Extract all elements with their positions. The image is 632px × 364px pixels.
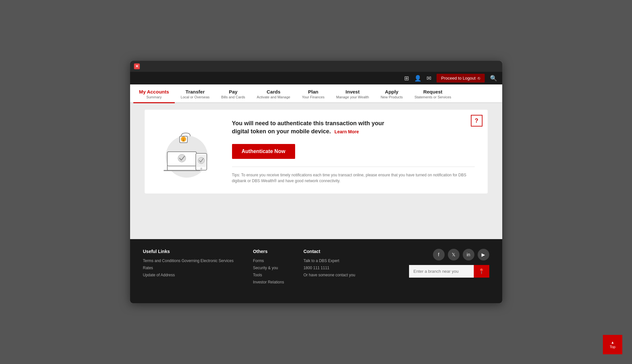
others-heading: Others (253, 249, 284, 254)
svg-point-7 (200, 168, 202, 170)
nav-main-my-accounts: My Accounts (139, 89, 169, 94)
footer-useful-links: Useful Links Terms and Conditions Govern… (143, 249, 234, 287)
auth-title: You will need to authenticate this trans… (232, 119, 475, 136)
nav-sub-apply: New Products (381, 95, 403, 99)
main-content: ? (130, 103, 502, 239)
footer-contact: Contact Talk to a DBS Expert 1800 111 11… (304, 249, 355, 287)
contact-line1: Talk to a DBS Expert (304, 259, 355, 263)
auth-illustration (154, 126, 219, 178)
navigation-bar: My Accounts Summary Transfer Local or Ov… (130, 84, 502, 103)
mail-icon[interactable]: ✉ (427, 75, 431, 82)
linkedin-icon[interactable]: in (463, 249, 474, 260)
footer-right: f 𝕏 in ▶ 📍 (409, 249, 489, 287)
branch-search: 📍 (409, 265, 489, 278)
nav-main-pay: Pay (221, 89, 245, 94)
authenticate-now-button[interactable]: Authenticate Now (232, 144, 295, 159)
help-button[interactable]: ? (471, 115, 482, 127)
social-icons: f 𝕏 in ▶ (433, 249, 489, 260)
auth-card: ? (145, 110, 488, 193)
nav-sub-my-accounts: Summary (139, 95, 169, 99)
footer: Useful Links Terms and Conditions Govern… (130, 239, 502, 303)
nav-sub-invest: Manage your Wealth (336, 95, 369, 99)
footer-link-address[interactable]: Update of Address (143, 273, 234, 277)
contact-phone: 1800 111 1111 (304, 266, 355, 270)
logout-button[interactable]: Proceed to Logout ⎋ (437, 74, 484, 83)
contact-heading: Contact (304, 249, 355, 254)
logout-icon: ⎋ (478, 76, 480, 81)
divider (232, 167, 475, 167)
nav-item-invest[interactable]: Invest Manage your Wealth (330, 84, 375, 102)
footer-link-terms[interactable]: Terms and Conditions Governing Electroni… (143, 259, 234, 263)
footer-link-investor[interactable]: Investor Relations (253, 280, 284, 284)
branch-input[interactable] (409, 265, 474, 278)
nav-item-my-accounts[interactable]: My Accounts Summary (133, 84, 175, 103)
close-button[interactable]: ✕ (134, 63, 140, 69)
nav-main-request: Request (415, 89, 451, 94)
nav-main-apply: Apply (381, 89, 403, 94)
auth-body: You will need to authenticate this trans… (154, 119, 475, 184)
facebook-icon[interactable]: f (433, 249, 445, 260)
logout-label: Proceed to Logout (441, 76, 475, 81)
browser-frame: ✕ ⊞ 👤 ✉ Proceed to Logout ⎋ 🔍 My Account… (130, 61, 502, 303)
branch-search-button[interactable]: 📍 (474, 265, 489, 278)
footer-others: Others Forms Security & you Tools Invest… (253, 249, 284, 287)
nav-item-transfer[interactable]: Transfer Local or Overseas (175, 84, 215, 102)
nav-sub-cards: Activate and Manage (257, 95, 290, 99)
browser-chrome: ✕ (130, 61, 502, 72)
nav-main-invest: Invest (336, 89, 369, 94)
footer-grid: Useful Links Terms and Conditions Govern… (143, 249, 489, 287)
footer-link-tools[interactable]: Tools (253, 273, 284, 277)
nav-sub-pay: Bills and Cards (221, 95, 245, 99)
contact-line2: Or have someone contact you (304, 273, 355, 277)
nav-sub-transfer: Local or Overseas (181, 95, 209, 99)
svg-point-4 (178, 154, 186, 162)
auth-text-section: You will need to authenticate this trans… (232, 119, 475, 184)
youtube-icon[interactable]: ▶ (478, 249, 489, 260)
auth-title-line1: You will need to authenticate this trans… (232, 120, 384, 127)
back-to-top-button[interactable]: ▲ Top (603, 335, 622, 354)
top-arrow-icon: ▲ (611, 340, 615, 344)
nav-main-plan: Plan (302, 89, 325, 94)
nav-main-transfer: Transfer (181, 89, 209, 94)
nav-sub-request: Statements or Services (415, 95, 451, 99)
nav-item-cards[interactable]: Cards Activate and Manage (251, 84, 296, 102)
footer-link-security[interactable]: Security & you (253, 266, 284, 270)
tips-text: Tips: To ensure you receive timely notif… (232, 172, 475, 184)
nav-item-plan[interactable]: Plan Your Finances (296, 84, 330, 102)
useful-links-heading: Useful Links (143, 249, 234, 254)
top-header: ⊞ 👤 ✉ Proceed to Logout ⎋ 🔍 (130, 72, 502, 84)
user-icon[interactable]: 👤 (414, 75, 421, 82)
nav-item-request[interactable]: Request Statements or Services (409, 84, 457, 102)
nav-sub-plan: Your Finances (302, 95, 325, 99)
nav-item-apply[interactable]: Apply New Products (375, 84, 408, 102)
auth-title-line2: digital token on your mobile device. (232, 128, 331, 135)
nav-main-cards: Cards (257, 89, 290, 94)
nav-item-pay[interactable]: Pay Bills and Cards (216, 84, 251, 102)
footer-link-forms[interactable]: Forms (253, 259, 284, 263)
svg-point-12 (183, 138, 184, 140)
learn-more-link[interactable]: Learn More (335, 129, 359, 134)
twitter-icon[interactable]: 𝕏 (448, 249, 460, 260)
network-icon[interactable]: ⊞ (404, 75, 409, 82)
footer-link-rates[interactable]: Rates (143, 266, 234, 270)
top-label: Top (610, 345, 615, 349)
search-icon[interactable]: 🔍 (490, 75, 497, 82)
